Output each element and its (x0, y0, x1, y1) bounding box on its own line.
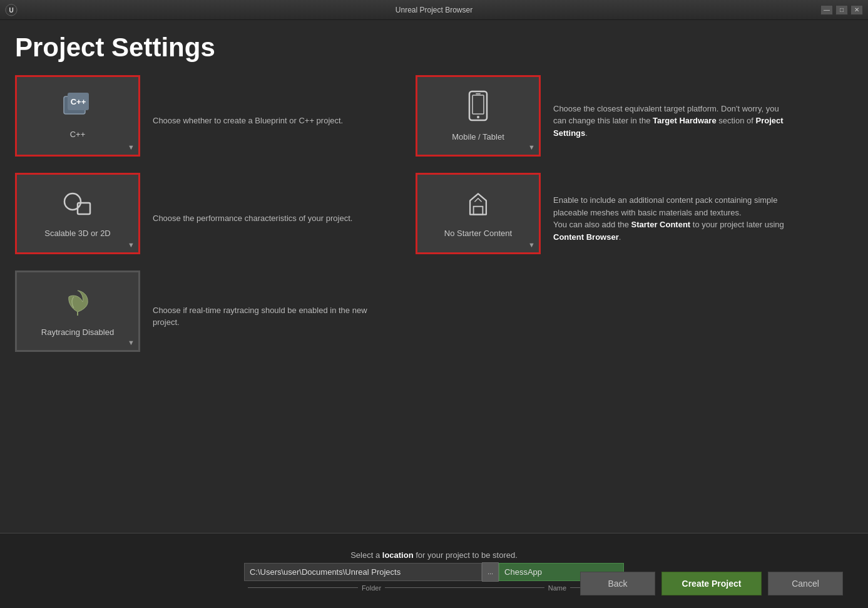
mobile-option-card[interactable]: Mobile / Tablet ▼ (416, 75, 541, 157)
raytracing-arrow: ▼ (128, 339, 135, 346)
scalable-option-card[interactable]: Scalable 3D or 2D ▼ (15, 173, 140, 254)
location-inputs: ... (244, 562, 624, 582)
mobile-icon (467, 90, 489, 128)
minimize-button[interactable]: — (820, 5, 833, 15)
mobile-arrow: ▼ (528, 143, 535, 151)
mobile-description: Choose the closest equivalent target pla… (541, 96, 804, 146)
no-starter-option-card[interactable]: No Starter Content ▼ (416, 173, 541, 254)
no-starter-description: Enable to include an additional content … (541, 188, 804, 249)
cpp-label: C++ (70, 130, 86, 139)
maximize-button[interactable]: □ (835, 5, 848, 15)
scalable-arrow: ▼ (128, 241, 135, 249)
raytracing-icon (61, 286, 94, 324)
bottom-buttons: Back Create Project Cancel (580, 572, 843, 595)
name-label: Name (544, 584, 570, 592)
folder-label: Folder (358, 584, 385, 592)
svg-rect-6 (472, 95, 484, 114)
raytracing-option-card[interactable]: Raytracing Disabled ▼ (15, 271, 140, 352)
folder-ellipsis-button[interactable]: ... (482, 562, 499, 582)
ue-logo: U (5, 4, 18, 16)
no-starter-icon (464, 189, 492, 225)
window-controls: — □ ✕ (820, 5, 863, 15)
window-title: Unreal Project Browser (396, 6, 472, 14)
main-content: Project Settings C++ C++ ▼ Choose whethe… (0, 20, 868, 533)
cancel-button[interactable]: Cancel (768, 572, 843, 595)
no-starter-label: No Starter Content (444, 229, 512, 238)
svg-rect-11 (474, 207, 483, 215)
title-bar: U Unreal Project Browser — □ ✕ (0, 0, 868, 20)
cpp-arrow: ▼ (128, 143, 135, 151)
cpp-option-card[interactable]: C++ C++ ▼ (15, 75, 140, 157)
scalable-label: Scalable 3D or 2D (44, 229, 111, 238)
svg-point-7 (477, 116, 479, 118)
page-title: Project Settings (15, 33, 853, 63)
folder-input[interactable] (244, 563, 482, 581)
close-button[interactable]: ✕ (850, 5, 863, 15)
scalable-description: Choose the performance characteristics o… (140, 206, 391, 231)
cpp-icon: C++ (61, 93, 94, 126)
location-label: Select a location for your project to be… (350, 550, 518, 560)
raytracing-label: Raytracing Disabled (41, 327, 114, 337)
no-starter-arrow: ▼ (528, 241, 535, 249)
create-project-button[interactable]: Create Project (661, 572, 762, 595)
raytracing-description: Choose if real-time raytracing should be… (140, 298, 391, 335)
cpp-description: Choose whether to create a Blueprint or … (140, 108, 391, 133)
scalable-icon (60, 189, 95, 225)
mobile-label: Mobile / Tablet (452, 132, 504, 142)
back-button[interactable]: Back (580, 572, 655, 595)
bottom-bar: Select a location for your project to be… (0, 533, 868, 608)
svg-text:C++: C++ (71, 97, 86, 106)
svg-text:U: U (9, 6, 13, 13)
svg-rect-8 (476, 93, 481, 95)
